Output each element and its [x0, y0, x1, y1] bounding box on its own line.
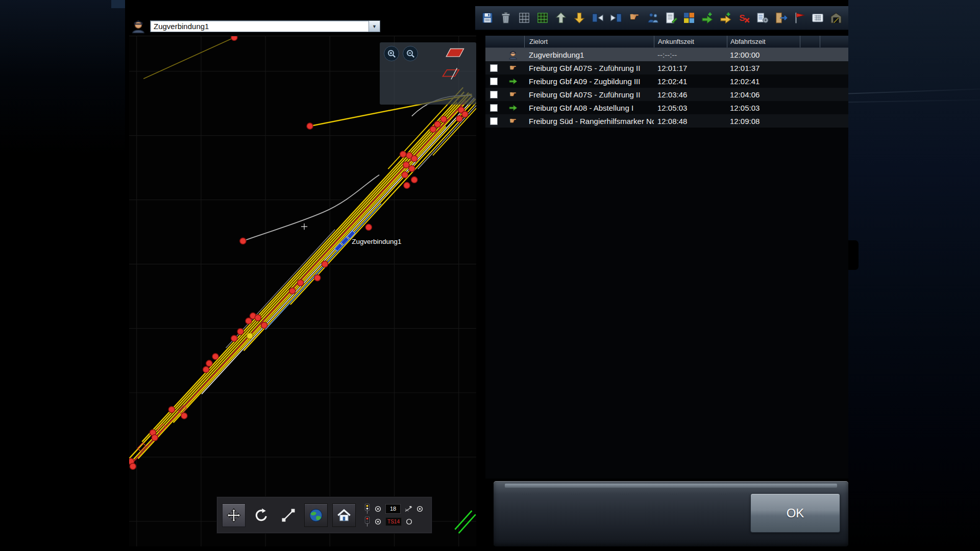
waypoint-dot[interactable]	[261, 322, 267, 328]
globe-tool-button[interactable]	[304, 504, 328, 527]
waypoint-dot[interactable]	[456, 115, 462, 121]
home-tool-button[interactable]	[332, 504, 356, 527]
hand-select-button[interactable]: ☛	[626, 8, 643, 28]
ok-button[interactable]: OK	[750, 493, 840, 533]
insert-left-button[interactable]	[589, 8, 606, 28]
waypoint-dot[interactable]	[322, 261, 328, 267]
keypad-button[interactable]	[809, 8, 826, 28]
db-settings-button[interactable]	[754, 8, 771, 28]
track-small-icon[interactable]	[405, 506, 412, 512]
header-zielort[interactable]: Zielort	[524, 36, 654, 47]
train-marker[interactable]	[341, 237, 349, 245]
move-up-button[interactable]	[553, 8, 570, 28]
edit-list-button[interactable]	[663, 8, 679, 28]
exit-button[interactable]	[773, 8, 790, 28]
timetable-row[interactable]: Freiburg Gbf A09 - Zugbildung III12:02:4…	[485, 74, 848, 88]
cell-ankunftszeit: 12:03:46	[654, 88, 727, 101]
remove-stop-button[interactable]: S	[736, 8, 753, 28]
zoom-in-button[interactable]	[384, 46, 399, 61]
tiles-button[interactable]	[681, 8, 698, 28]
waypoint-dot[interactable]	[152, 435, 158, 441]
row-checkbox[interactable]	[490, 78, 498, 85]
train-connection-select[interactable]: Zugverbindung1 ▼	[150, 20, 380, 32]
waypoint-dot[interactable]	[298, 280, 304, 286]
waypoint-dot[interactable]	[411, 156, 418, 162]
waypoint-dot[interactable]	[365, 224, 372, 230]
passengers-button[interactable]	[644, 8, 661, 28]
waypoint-dot[interactable]	[404, 182, 410, 188]
waypoint-dot[interactable]	[255, 315, 261, 321]
save-button[interactable]	[479, 8, 496, 28]
cell-ankunftszeit: 12:05:03	[654, 101, 727, 114]
flag-button[interactable]	[791, 8, 807, 28]
cell-ankunftszeit: 12:02:41	[654, 74, 727, 88]
waypoint-dot[interactable]	[402, 172, 408, 178]
signal-yellow-icon[interactable]	[364, 504, 371, 514]
row-checkbox[interactable]	[490, 117, 498, 125]
add-stop-button[interactable]	[699, 8, 716, 28]
waypoint-dot[interactable]	[206, 360, 212, 366]
insert-right-button[interactable]	[607, 8, 624, 28]
waypoint-dot[interactable]	[231, 36, 237, 41]
letterbox-bottom	[0, 546, 980, 551]
waypoint-dot[interactable]	[237, 329, 243, 335]
right-toolbar: ☛S	[475, 6, 848, 30]
append-stop-button[interactable]	[718, 8, 734, 28]
waypoint-dot[interactable]	[440, 116, 447, 122]
grid-button[interactable]	[516, 8, 533, 28]
route-map-panel: Zugverbindung1	[129, 36, 476, 547]
waypoint-dot[interactable]	[231, 335, 237, 341]
waypoint-dot[interactable]	[403, 162, 409, 168]
waypoint-dot[interactable]	[168, 407, 175, 413]
waypoint-dot[interactable]	[246, 318, 252, 324]
waypoint-dot[interactable]	[240, 238, 246, 244]
header-abfahrtszeit[interactable]: Abfahrtszeit	[727, 36, 800, 47]
timetable-row[interactable]: ☛Freiburg Gbf A07S - Zuführung II12:03:4…	[485, 88, 848, 101]
row-checkbox[interactable]	[490, 64, 498, 72]
waypoint-dot[interactable]	[411, 177, 418, 183]
cell-zielort: Freiburg Süd - Rangierhilfsmarker No	[524, 114, 654, 128]
timetable-row[interactable]: ☛Freiburg Gbf A07S - Zuführung II12:01:1…	[485, 61, 848, 74]
move-down-button[interactable]	[571, 8, 588, 28]
cell-zielort: Freiburg Gbf A07S - Zuführung II	[524, 88, 654, 101]
ring-plain-icon[interactable]	[406, 518, 412, 525]
map-mini-panel: 18 TS14	[364, 504, 423, 527]
driver-icon	[502, 48, 524, 61]
active-waypoint-dot[interactable]	[247, 333, 253, 339]
waypoint-dot[interactable]	[400, 151, 406, 157]
waypoint-dot[interactable]	[314, 274, 321, 281]
row-checkbox[interactable]	[490, 91, 498, 98]
move-tool-button[interactable]	[222, 504, 246, 527]
waypoint-dot[interactable]	[409, 165, 415, 171]
ring-dot-icon[interactable]	[375, 506, 381, 512]
waypoint-dot[interactable]	[462, 111, 468, 117]
waypoint-dot[interactable]	[203, 366, 209, 372]
header-ankunftszeit[interactable]: Ankunftszeit	[654, 36, 727, 47]
camera-view-icon[interactable]	[444, 47, 467, 60]
timetable-row[interactable]: Zugverbindung1--:--:--12:00:00	[485, 48, 848, 61]
waypoint-dot[interactable]	[212, 354, 218, 360]
chevron-down-icon[interactable]: ▼	[369, 21, 380, 32]
timetable-row[interactable]: ☛Freiburg Süd - Rangierhilfsmarker No12:…	[485, 114, 848, 128]
row-checkbox[interactable]	[490, 104, 498, 112]
waypoint-dot[interactable]	[289, 288, 296, 294]
junction-tool-button[interactable]	[277, 503, 300, 528]
ring-dot-icon[interactable]	[375, 518, 381, 525]
timetable-row[interactable]: Freiburg Gbf A08 - Abstellung I12:05:031…	[485, 101, 848, 114]
waypoint-dot[interactable]	[430, 126, 436, 132]
delete-button[interactable]	[498, 8, 514, 28]
header-icon-col	[502, 36, 524, 47]
waypoint-dot[interactable]	[181, 413, 187, 419]
waypoint-dot[interactable]	[130, 463, 136, 469]
signal-red-icon[interactable]	[364, 516, 371, 527]
map-toolbar: 18 TS14	[216, 496, 432, 534]
grid-green-button[interactable]	[534, 8, 551, 28]
depot-button[interactable]	[827, 8, 844, 28]
rotate-tool-button[interactable]	[250, 503, 273, 528]
map-canvas[interactable]: Zugverbindung1	[129, 36, 476, 547]
waypoint-dot[interactable]	[434, 121, 440, 127]
waypoint-dot[interactable]	[307, 123, 313, 129]
zoom-out-button[interactable]	[403, 46, 418, 61]
ring-dot-icon[interactable]	[416, 506, 423, 512]
edit-view-icon[interactable]	[441, 67, 462, 81]
